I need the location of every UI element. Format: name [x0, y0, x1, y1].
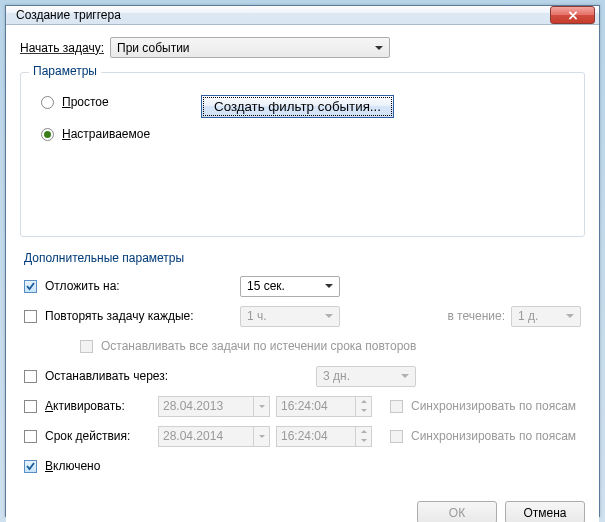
window-title: Создание триггера	[16, 8, 550, 22]
chevron-down-icon	[325, 314, 333, 318]
stop-after-row: Останавливать через: 3 дн.	[24, 361, 581, 391]
parameters-group: Параметры Простое Настраиваемое Создать …	[20, 72, 585, 237]
start-task-combo[interactable]: При событии	[110, 37, 390, 58]
radio-simple[interactable]: Простое	[41, 95, 181, 109]
repeat-row: Повторять задачу каждые: 1 ч. в течение:…	[24, 301, 581, 331]
time-spinner	[356, 396, 372, 417]
activate-date-input: 28.04.2013	[158, 396, 254, 417]
activate-time-input: 16:24:04	[276, 396, 356, 417]
radio-simple-label: Простое	[62, 95, 109, 109]
enabled-row: Включено	[24, 451, 581, 481]
calendar-icon	[254, 396, 270, 417]
enabled-label: Включено	[45, 459, 100, 473]
cancel-button[interactable]: Отмена	[505, 501, 585, 522]
delay-value: 15 сек.	[247, 279, 285, 293]
radio-icon	[41, 96, 54, 109]
create-filter-button[interactable]: Создать фильтр события...	[201, 95, 394, 118]
start-task-label: Начать задачу:	[20, 41, 104, 55]
start-task-value: При событии	[117, 41, 190, 55]
delay-combo[interactable]: 15 сек.	[240, 276, 340, 297]
expires-label: Срок действия:	[45, 429, 130, 443]
radio-column: Простое Настраиваемое	[31, 87, 181, 226]
repeat-combo: 1 ч.	[240, 306, 340, 327]
content-area: Начать задачу: При событии Параметры Про…	[6, 25, 599, 491]
chevron-down-icon	[375, 46, 383, 50]
delay-checkbox[interactable]	[24, 280, 37, 293]
radio-custom-label: Настраиваемое	[62, 127, 150, 141]
during-label: в течение:	[447, 309, 505, 323]
during-combo: 1 д.	[511, 306, 581, 327]
expires-time-input: 16:24:04	[276, 426, 356, 447]
activate-label: Активировать:	[45, 399, 125, 413]
chevron-down-icon	[325, 284, 333, 288]
during-value: 1 д.	[518, 309, 538, 323]
radio-custom[interactable]: Настраиваемое	[41, 127, 181, 141]
sync-tz-label-2: Синхронизировать по поясам	[411, 429, 576, 443]
radio-icon	[41, 128, 54, 141]
parameters-title: Параметры	[29, 64, 101, 78]
button-row: ОК Отмена	[6, 491, 599, 522]
start-task-row: Начать задачу: При событии	[20, 37, 585, 58]
delay-row: Отложить на: 15 сек.	[24, 271, 581, 301]
advanced-title: Дополнительные параметры	[24, 251, 585, 265]
enabled-checkbox[interactable]	[24, 460, 37, 473]
check-icon	[25, 281, 36, 292]
repeat-label: Повторять задачу каждые:	[45, 309, 194, 323]
close-button[interactable]	[550, 6, 595, 24]
sync-tz-label-1: Синхронизировать по поясам	[411, 399, 576, 413]
calendar-icon	[254, 426, 270, 447]
check-icon	[25, 461, 36, 472]
stop-after-value: 3 дн.	[323, 369, 350, 383]
stop-after-checkbox[interactable]	[24, 370, 37, 383]
delay-label: Отложить на:	[45, 279, 120, 293]
advanced-area: Отложить на: 15 сек. Повторять задачу ка…	[20, 271, 585, 481]
dialog-window: Создание триггера Начать задачу: При соб…	[5, 5, 600, 517]
activate-checkbox[interactable]	[24, 400, 37, 413]
titlebar: Создание триггера	[6, 6, 599, 25]
stop-all-label: Останавливать все задачи по истечении ср…	[101, 339, 416, 353]
stop-all-checkbox	[80, 340, 93, 353]
close-icon	[568, 11, 578, 20]
chevron-down-icon	[401, 374, 409, 378]
activate-row: Активировать: 28.04.2013 16:24:04 Синхро…	[24, 391, 581, 421]
expires-row: Срок действия: 28.04.2014 16:24:04 Синхр…	[24, 421, 581, 451]
stop-after-combo: 3 дн.	[316, 366, 416, 387]
sync-tz-checkbox-2	[390, 430, 403, 443]
repeat-checkbox[interactable]	[24, 310, 37, 323]
expires-checkbox[interactable]	[24, 430, 37, 443]
filter-button-area: Создать фильтр события...	[181, 87, 394, 226]
time-spinner	[356, 426, 372, 447]
stop-all-row: Останавливать все задачи по истечении ср…	[80, 331, 581, 361]
chevron-down-icon	[566, 314, 574, 318]
expires-date-input: 28.04.2014	[158, 426, 254, 447]
sync-tz-checkbox-1	[390, 400, 403, 413]
repeat-value: 1 ч.	[247, 309, 267, 323]
ok-button: ОК	[417, 501, 497, 522]
stop-after-label: Останавливать через:	[45, 369, 168, 383]
